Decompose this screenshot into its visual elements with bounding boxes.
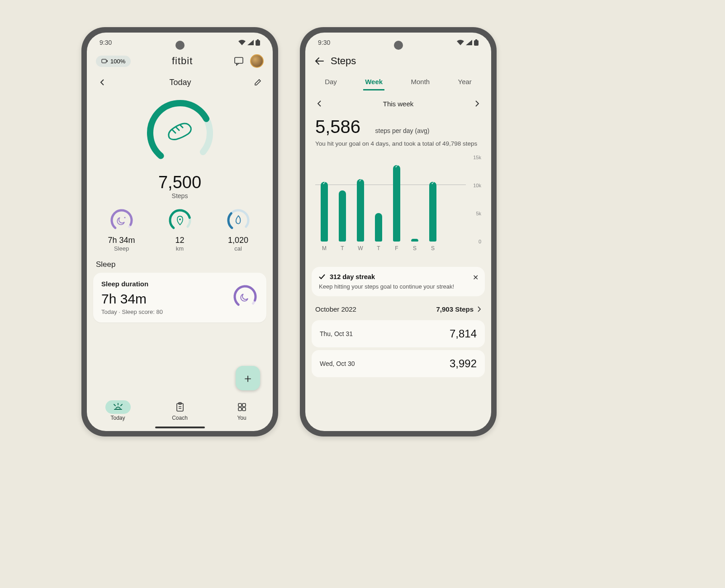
svg-rect-0 bbox=[256, 40, 260, 46]
shoe-icon bbox=[168, 123, 191, 140]
tab-month[interactable]: Month bbox=[409, 74, 431, 90]
battery-icon bbox=[474, 39, 479, 46]
period-tabs: Day Week Month Year bbox=[305, 71, 491, 90]
nav-you-label: You bbox=[237, 415, 246, 421]
nav-today[interactable]: Today bbox=[105, 400, 131, 421]
sleep-card-ring bbox=[232, 284, 258, 310]
day-label: Today bbox=[169, 78, 191, 87]
sleep-section-title: Sleep bbox=[87, 260, 273, 273]
streak-card: 312 day streak Keep hitting your steps g… bbox=[312, 267, 485, 296]
month-label: October 2022 bbox=[315, 305, 356, 313]
home-indicator[interactable] bbox=[155, 427, 205, 428]
bar-label: T bbox=[341, 245, 344, 251]
battery-icon bbox=[256, 39, 260, 46]
signal-icon bbox=[247, 40, 254, 45]
y-tick-0: 0 bbox=[479, 239, 481, 244]
mini-distance-label: km bbox=[155, 245, 205, 252]
bar-t-3[interactable]: T bbox=[375, 213, 382, 242]
nav-you[interactable]: You bbox=[229, 400, 255, 421]
bar-w-2[interactable]: ✓W bbox=[357, 179, 364, 242]
edit-icon[interactable] bbox=[254, 78, 262, 86]
y-tick-15k: 15k bbox=[473, 155, 481, 160]
svg-rect-3 bbox=[107, 60, 108, 62]
bar-s-6[interactable]: ✓S bbox=[429, 182, 436, 242]
mini-calories-label: cal bbox=[213, 245, 263, 252]
nav-today-label: Today bbox=[110, 415, 125, 421]
svg-point-5 bbox=[144, 97, 216, 169]
nav-coach-label: Coach bbox=[172, 415, 188, 421]
messages-icon[interactable] bbox=[234, 56, 244, 66]
mini-sleep-value: 7h 34m bbox=[108, 236, 135, 245]
avg-steps-value: 5,586 bbox=[305, 117, 370, 137]
fab-add[interactable]: ＋ bbox=[236, 366, 260, 390]
prev-period-button[interactable] bbox=[315, 99, 323, 109]
back-button[interactable] bbox=[314, 57, 324, 65]
check-icon bbox=[319, 274, 325, 280]
day-row-value: 7,814 bbox=[450, 327, 477, 340]
streak-title: 312 day streak bbox=[330, 273, 375, 280]
sleep-card[interactable]: Sleep duration 7h 34m Today · Sleep scor… bbox=[93, 273, 266, 322]
watch-icon bbox=[101, 58, 109, 64]
steps-ring[interactable] bbox=[144, 97, 216, 169]
svg-rect-4 bbox=[235, 57, 243, 63]
tab-week[interactable]: Week bbox=[363, 74, 384, 90]
goal-hit-check-icon: ✓ bbox=[322, 180, 326, 185]
nav-coach[interactable]: Coach bbox=[167, 400, 193, 421]
day-row-1[interactable]: Wed, Oct 30 3,992 bbox=[312, 350, 485, 377]
tab-day[interactable]: Day bbox=[323, 74, 339, 90]
steps-chart[interactable]: 15k 10k 5k 0 ✓MT✓WT✓FS✓S bbox=[305, 154, 491, 257]
camera-punch bbox=[394, 41, 403, 50]
month-total: 7,903 Steps bbox=[436, 305, 474, 313]
svg-point-8 bbox=[109, 208, 134, 233]
phone-today: 9:30 100 bbox=[81, 27, 278, 436]
svg-rect-1 bbox=[257, 39, 259, 41]
mini-calories[interactable]: 1,020 cal bbox=[213, 208, 263, 252]
day-row-label: Thu, Oct 31 bbox=[320, 330, 353, 337]
mini-distance[interactable]: 12 km bbox=[155, 208, 205, 252]
svg-rect-20 bbox=[242, 403, 246, 407]
bar-label: S bbox=[413, 245, 417, 251]
bar-label: F bbox=[395, 245, 398, 251]
brand-label: fitbit bbox=[172, 55, 193, 67]
day-row-0[interactable]: Thu, Oct 31 7,814 bbox=[312, 320, 485, 347]
y-tick-10k: 10k bbox=[473, 183, 481, 188]
plus-icon: ＋ bbox=[242, 370, 254, 386]
bar-label: M bbox=[322, 245, 327, 251]
steps-label: Steps bbox=[87, 192, 273, 199]
y-tick-5k: 5k bbox=[476, 211, 481, 216]
goal-line bbox=[315, 185, 466, 185]
day-row-label: Wed, Oct 30 bbox=[320, 360, 355, 367]
mini-distance-value: 12 bbox=[155, 236, 205, 245]
goal-hit-check-icon: ✓ bbox=[431, 180, 435, 185]
bar-label: T bbox=[377, 245, 380, 251]
bottom-nav: Today Coach You bbox=[87, 395, 273, 431]
status-time: 9:30 bbox=[318, 39, 330, 46]
avg-steps-label: steps per day (avg) bbox=[375, 127, 430, 134]
close-streak-button[interactable]: ✕ bbox=[473, 273, 479, 282]
svg-rect-24 bbox=[475, 39, 477, 41]
bar-label: W bbox=[358, 245, 363, 251]
bar-s-5[interactable]: S bbox=[411, 239, 418, 242]
streak-sub: Keep hitting your steps goal to continue… bbox=[319, 283, 478, 290]
chevron-right-icon bbox=[477, 306, 481, 312]
mini-sleep[interactable]: 7h 34m Sleep bbox=[97, 208, 147, 252]
avatar[interactable] bbox=[250, 54, 264, 68]
device-battery-pill[interactable]: 100% bbox=[96, 56, 131, 67]
bar-t-1[interactable]: T bbox=[339, 190, 346, 242]
svg-point-9 bbox=[124, 217, 125, 218]
wifi-icon bbox=[457, 40, 464, 45]
bar-m-0[interactable]: ✓M bbox=[321, 182, 328, 242]
page-title: Steps bbox=[331, 55, 356, 67]
mini-calories-value: 1,020 bbox=[213, 236, 263, 245]
next-period-button[interactable] bbox=[473, 99, 481, 109]
grid-icon bbox=[229, 400, 255, 414]
bar-f-4[interactable]: ✓F bbox=[393, 165, 400, 242]
tab-year[interactable]: Year bbox=[456, 74, 474, 90]
svg-point-12 bbox=[179, 218, 181, 220]
svg-point-6 bbox=[144, 97, 216, 169]
prev-day-button[interactable] bbox=[98, 77, 107, 88]
period-label: This week bbox=[383, 100, 414, 108]
goal-hit-check-icon: ✓ bbox=[395, 164, 398, 169]
svg-rect-22 bbox=[242, 408, 246, 411]
month-header[interactable]: October 2022 7,903 Steps bbox=[305, 296, 491, 318]
